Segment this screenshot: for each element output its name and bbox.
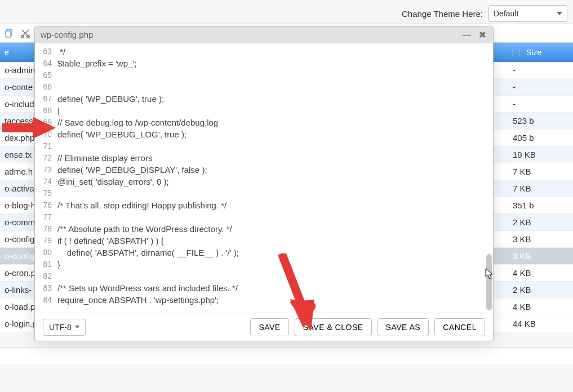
encoding-value: UTF-8 <box>49 323 72 332</box>
col-size-header[interactable]: ⋮⋮Size <box>496 48 573 57</box>
file-size: 7 KB <box>496 167 573 176</box>
footer-bar <box>0 347 573 364</box>
save-as-button[interactable]: SAVE AS <box>377 318 429 336</box>
editor-titlebar: wp-config.php — ✖ <box>35 26 493 43</box>
file-size: 405 b <box>496 133 573 142</box>
file-size: 2 KB <box>496 217 573 227</box>
file-size: 7 KB <box>496 184 573 193</box>
svg-rect-1 <box>6 31 11 37</box>
file-size: 2 KB <box>496 285 573 295</box>
file-size: - <box>496 65 573 75</box>
topbar: Change Theme Here: Default <box>0 0 573 24</box>
code-area[interactable]: */$table_prefix = 'wp_';define( 'WP_DEBU… <box>55 43 483 313</box>
editor-footer: UTF-8 SAVE SAVE & CLOSE SAVE AS CANCEL <box>35 313 493 341</box>
mouse-cursor-icon <box>485 268 494 279</box>
editor-scrollbar[interactable] <box>486 46 492 301</box>
close-button[interactable]: ✖ <box>477 30 487 40</box>
line-gutter: 6364656667686970717273747576777879808182… <box>35 43 55 313</box>
grip-icon: ⋮⋮ <box>509 48 523 56</box>
file-size: - <box>496 82 573 92</box>
editor-window: wp-config.php — ✖ 6364656667686970717273… <box>34 26 494 341</box>
cut-icon[interactable] <box>20 28 30 38</box>
copy-icon[interactable] <box>5 28 15 38</box>
theme-value: Default <box>494 9 518 18</box>
file-size: 44 KB <box>496 319 573 328</box>
editor-title: wp-config.php <box>41 30 93 39</box>
theme-select[interactable]: Default <box>488 5 567 22</box>
file-size: 19 KB <box>496 150 573 159</box>
chevron-down-icon <box>75 326 79 328</box>
file-size: 3 KB <box>496 234 573 244</box>
file-size: 3 KB <box>496 251 573 261</box>
file-size: 351 b <box>496 201 573 210</box>
encoding-select[interactable]: UTF-8 <box>43 319 86 336</box>
save-close-button[interactable]: SAVE & CLOSE <box>295 318 372 336</box>
theme-label: Change Theme Here: <box>402 9 483 19</box>
file-size: 4 KB <box>496 302 573 311</box>
minimize-button[interactable]: — <box>461 30 472 40</box>
editor-body[interactable]: 6364656667686970717273747576777879808182… <box>35 43 493 313</box>
save-button[interactable]: SAVE <box>250 318 288 336</box>
file-size: 523 b <box>496 116 573 126</box>
file-size: - <box>496 99 573 109</box>
scroll-thumb[interactable] <box>486 254 492 310</box>
chevron-down-icon <box>557 12 562 15</box>
file-size: 4 KB <box>496 268 573 278</box>
cancel-button[interactable]: CANCEL <box>434 318 485 336</box>
